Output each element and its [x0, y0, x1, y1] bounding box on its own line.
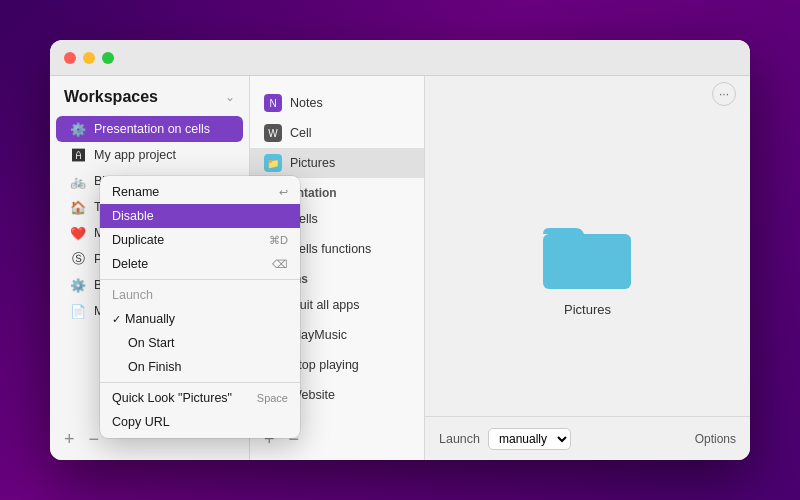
launch-label: Launch — [439, 432, 480, 446]
quick-look-shortcut: Space — [257, 392, 288, 404]
cm-delete[interactable]: Delete ⌫ — [100, 252, 300, 276]
mp-item-notes[interactable]: N Notes — [250, 88, 424, 118]
cm-disable[interactable]: Disable — [100, 204, 300, 228]
titlebar — [50, 40, 750, 76]
cm-duplicate[interactable]: Duplicate ⌘D — [100, 228, 300, 252]
workspace-icon: Ⓢ — [70, 251, 86, 267]
cm-rename[interactable]: Rename ↩ — [100, 180, 300, 204]
sidebar-item-my-app-project[interactable]: 🅰 My app project — [56, 142, 243, 168]
launch-row: Launch manually on start on finish — [439, 428, 571, 450]
main-toolbar: ··· — [425, 76, 750, 112]
options-button[interactable]: Options — [695, 432, 736, 446]
maximize-button[interactable] — [102, 52, 114, 64]
workspace-icon: ⚙️ — [70, 121, 86, 137]
cell-icon: W — [264, 124, 282, 142]
notes-icon: N — [264, 94, 282, 112]
sidebar-header: Workspaces ⌄ — [50, 88, 249, 116]
cm-separator-1 — [100, 279, 300, 280]
add-workspace-button[interactable]: + — [64, 430, 75, 448]
duplicate-shortcut: ⌘D — [269, 234, 288, 247]
sidebar-chevron-icon: ⌄ — [225, 90, 235, 104]
main-window: Workspaces ⌄ ⚙️ Presentation on cells 🅰 … — [50, 40, 750, 460]
cm-launch-manually[interactable]: ✓Manually — [100, 307, 300, 331]
main-area: ··· Pictures Rename ↩ — [425, 76, 750, 460]
traffic-lights — [64, 52, 114, 64]
pictures-icon: 📁 — [264, 154, 282, 172]
cm-launch-on-start[interactable]: On Start — [100, 331, 300, 355]
check-icon: ✓ — [112, 313, 121, 325]
more-button[interactable]: ··· — [712, 82, 736, 106]
window-body: Workspaces ⌄ ⚙️ Presentation on cells 🅰 … — [50, 76, 750, 460]
workspace-icon: 🅰 — [70, 147, 86, 163]
sidebar-item-presentation-on-cells[interactable]: ⚙️ Presentation on cells — [56, 116, 243, 142]
folder-icon-large — [538, 212, 638, 292]
mp-item-pictures[interactable]: 📁 Pictures — [250, 148, 424, 178]
main-footer: Launch manually on start on finish Optio… — [425, 416, 750, 460]
main-content: Pictures — [425, 112, 750, 416]
svg-rect-0 — [543, 234, 631, 289]
mp-item-cell[interactable]: W Cell — [250, 118, 424, 148]
cm-launch-on-finish[interactable]: On Finish — [100, 355, 300, 379]
close-button[interactable] — [64, 52, 76, 64]
main-item-name: Pictures — [564, 302, 611, 317]
remove-workspace-button[interactable]: − — [89, 430, 100, 448]
launch-select[interactable]: manually on start on finish — [488, 428, 571, 450]
workspace-icon: 🚲 — [70, 173, 86, 189]
cm-quick-look[interactable]: Quick Look "Pictures" Space — [100, 386, 300, 410]
rename-shortcut: ↩ — [279, 186, 288, 199]
workspace-icon: 📄 — [70, 303, 86, 319]
workspace-icon: 🏠 — [70, 199, 86, 215]
cm-launch-header: Launch — [100, 283, 300, 307]
delete-shortcut: ⌫ — [272, 258, 288, 271]
context-menu: Rename ↩ Disable Duplicate ⌘D Delete ⌫ — [100, 176, 300, 438]
workspace-icon: ⚙️ — [70, 277, 86, 293]
cm-copy-url[interactable]: Copy URL — [100, 410, 300, 434]
sidebar-title: Workspaces — [64, 88, 158, 106]
minimize-button[interactable] — [83, 52, 95, 64]
cm-separator-2 — [100, 382, 300, 383]
workspace-icon: ❤️ — [70, 225, 86, 241]
